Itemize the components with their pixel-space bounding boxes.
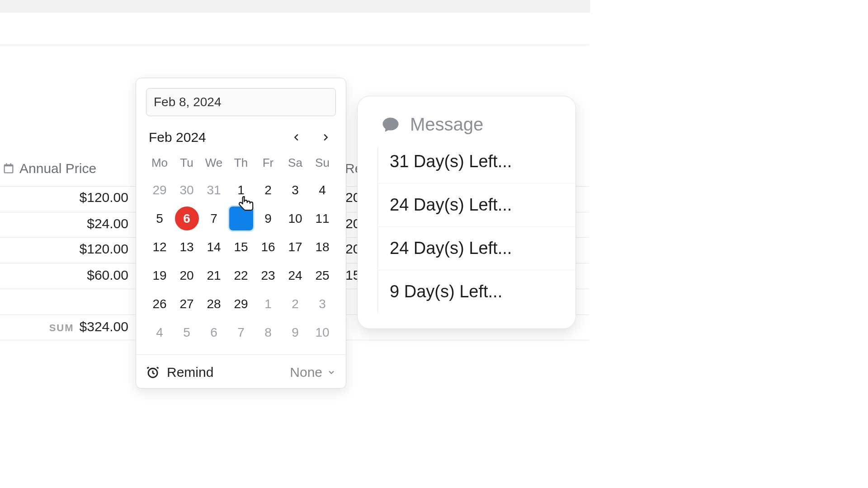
day-cell[interactable]: 26 <box>148 292 172 316</box>
divider <box>0 45 589 45</box>
message-card: Message 31 Day(s) Left...24 Day(s) Left.… <box>357 96 576 329</box>
day-cell[interactable]: 16 <box>256 235 280 259</box>
month-year-button[interactable]: Feb 2024 <box>149 130 206 145</box>
day-cell[interactable]: 4 <box>148 320 172 344</box>
day-cell[interactable]: 27 <box>175 292 199 316</box>
day-cell[interactable]: 9 <box>283 320 307 344</box>
price-cell[interactable]: $120.00 <box>80 190 128 205</box>
message-item[interactable]: 9 Day(s) Left... <box>378 270 576 313</box>
price-cell[interactable]: $24.00 <box>87 216 128 231</box>
price-cell[interactable]: $120.00 <box>80 241 128 257</box>
top-band <box>0 0 590 13</box>
date-input[interactable] <box>146 88 336 116</box>
remind-select[interactable]: None <box>290 365 336 380</box>
day-cell[interactable]: 11 <box>311 206 335 230</box>
day-cell[interactable]: 2 <box>256 178 280 202</box>
day-cell[interactable]: 4 <box>311 178 335 202</box>
day-cell[interactable]: 10 <box>311 320 335 344</box>
day-cell[interactable]: 7 <box>229 320 253 344</box>
day-cell[interactable]: 17 <box>283 235 307 259</box>
weekday-label: Tu <box>173 156 200 170</box>
message-item[interactable]: 24 Day(s) Left... <box>378 226 576 270</box>
chat-bubble-icon <box>381 115 400 134</box>
column-header-annual-price[interactable]: Annual Price <box>2 161 96 176</box>
remind-value: None <box>290 365 322 380</box>
day-cell[interactable]: 19 <box>148 263 172 287</box>
day-cell[interactable]: 5 <box>148 206 172 230</box>
day-cell[interactable]: 25 <box>311 263 335 287</box>
weekday-label: Mo <box>146 156 173 170</box>
chevron-right-icon <box>321 132 330 142</box>
chevron-down-icon <box>327 368 336 377</box>
date-picker-popover: Feb 2024 MoTuWeThFrSaSu 2930311234567910… <box>136 78 346 389</box>
column-header-label: Annual Price <box>19 161 96 176</box>
day-cell[interactable]: 5 <box>175 320 199 344</box>
chevron-left-icon <box>292 132 302 142</box>
message-title: Message <box>410 114 483 135</box>
alarm-clock-icon <box>146 366 160 379</box>
message-item[interactable]: 24 Day(s) Left... <box>378 183 576 226</box>
remind-label: Remind <box>167 365 213 380</box>
next-month-button[interactable] <box>318 130 333 145</box>
day-cell[interactable]: 13 <box>175 235 199 259</box>
day-cell[interactable]: 12 <box>148 235 172 259</box>
price-cell[interactable]: $60.00 <box>87 267 128 283</box>
day-cell[interactable]: 3 <box>311 292 335 316</box>
day-cell[interactable]: 8 <box>256 320 280 344</box>
sum-value: $324.00 <box>80 319 128 334</box>
day-cell[interactable]: 14 <box>202 235 226 259</box>
day-cell[interactable]: 18 <box>311 235 335 259</box>
day-cell[interactable]: 3 <box>283 178 307 202</box>
weekday-label: Su <box>309 156 336 170</box>
day-cell[interactable]: 6 <box>202 320 226 344</box>
weekday-label: We <box>200 156 227 170</box>
day-cell[interactable]: 29 <box>229 292 253 316</box>
sum-row: SUM $324.00 <box>49 319 128 334</box>
calendar-icon <box>2 162 15 175</box>
weekday-label: Fr <box>255 156 282 170</box>
prev-month-button[interactable] <box>289 130 304 145</box>
day-cell[interactable]: 1 <box>229 178 253 202</box>
day-cell[interactable]: 28 <box>202 292 226 316</box>
day-cell[interactable]: 29 <box>148 178 172 202</box>
day-cell[interactable]: 7 <box>202 206 226 230</box>
day-cell[interactable]: 10 <box>283 206 307 230</box>
day-cell[interactable]: 21 <box>202 263 226 287</box>
message-item[interactable]: 31 Day(s) Left... <box>378 147 576 183</box>
day-cell[interactable]: 6 <box>175 206 199 230</box>
day-cell[interactable]: 9 <box>256 206 280 230</box>
day-cell[interactable]: 1 <box>256 292 280 316</box>
day-cell[interactable]: 24 <box>283 263 307 287</box>
day-cell[interactable]: 23 <box>256 263 280 287</box>
day-cell[interactable] <box>229 206 253 230</box>
day-cell[interactable]: 2 <box>283 292 307 316</box>
day-cell[interactable]: 20 <box>175 263 199 287</box>
day-cell[interactable]: 31 <box>202 178 226 202</box>
day-cell[interactable]: 30 <box>175 178 199 202</box>
weekday-label: Sa <box>282 156 309 170</box>
day-cell[interactable]: 22 <box>229 263 253 287</box>
weekday-label: Th <box>227 156 255 170</box>
sum-label: SUM <box>49 322 74 334</box>
day-cell[interactable]: 15 <box>229 235 253 259</box>
